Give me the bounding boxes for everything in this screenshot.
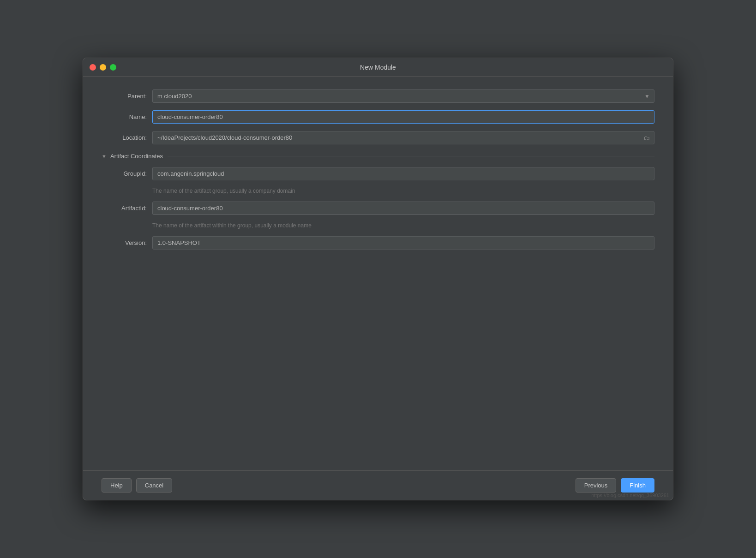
- new-module-dialog: New Module Parent: m cloud2020 ▼ Name: L…: [83, 58, 673, 500]
- footer-left-buttons: Help Cancel: [102, 478, 172, 493]
- name-label: Name:: [102, 113, 152, 120]
- artifactid-field-wrapper: [152, 202, 654, 215]
- version-field-wrapper: [152, 236, 654, 249]
- footer-right-buttons: Previous Finish: [576, 478, 654, 493]
- artifact-section-header: ▼ Artifact Coordinates: [102, 153, 654, 160]
- version-input[interactable]: [152, 236, 654, 249]
- previous-button[interactable]: Previous: [576, 478, 617, 493]
- name-row: Name:: [102, 110, 654, 124]
- groupid-hint: The name of the artifact group, usually …: [152, 188, 654, 194]
- close-button[interactable]: [90, 64, 96, 71]
- minimize-button[interactable]: [100, 64, 106, 71]
- finish-button[interactable]: Finish: [621, 478, 654, 493]
- groupid-row: GroupId:: [102, 167, 654, 180]
- groupid-field-wrapper: [152, 167, 654, 180]
- parent-label: Parent:: [102, 93, 152, 100]
- groupid-label: GroupId:: [102, 170, 152, 177]
- name-input[interactable]: [152, 110, 654, 124]
- artifactid-input[interactable]: [152, 202, 654, 215]
- section-divider: [168, 156, 654, 156]
- version-row: Version:: [102, 236, 654, 249]
- artifact-section-title: Artifact Coordinates: [110, 153, 163, 160]
- groupid-input[interactable]: [152, 167, 654, 180]
- watermark-text: https://blog.csdn.net/qq_36903261: [591, 493, 669, 498]
- location-label: Location:: [102, 134, 152, 141]
- artifactid-row: ArtifactId:: [102, 202, 654, 215]
- parent-select[interactable]: m cloud2020: [152, 89, 654, 103]
- help-button[interactable]: Help: [102, 478, 132, 493]
- parent-select-wrapper: m cloud2020 ▼: [152, 89, 654, 103]
- collapse-arrow-icon[interactable]: ▼: [102, 154, 107, 159]
- cancel-button[interactable]: Cancel: [136, 478, 172, 493]
- parent-row: Parent: m cloud2020 ▼: [102, 89, 654, 103]
- maximize-button[interactable]: [110, 64, 116, 71]
- location-row: Location: 🗂: [102, 131, 654, 144]
- location-field-wrapper: 🗂: [152, 131, 654, 144]
- name-field-wrapper: [152, 110, 654, 124]
- window-controls: [90, 64, 116, 71]
- dialog-title: New Module: [360, 64, 396, 71]
- dialog-footer: Help Cancel Previous Finish: [83, 470, 673, 500]
- artifactid-hint: The name of the artifact within the grou…: [152, 222, 654, 229]
- titlebar: New Module: [83, 58, 673, 77]
- version-label: Version:: [102, 239, 152, 246]
- artifactid-label: ArtifactId:: [102, 205, 152, 212]
- location-input[interactable]: [152, 131, 654, 144]
- dialog-content: Parent: m cloud2020 ▼ Name: Location: 🗂: [83, 77, 673, 470]
